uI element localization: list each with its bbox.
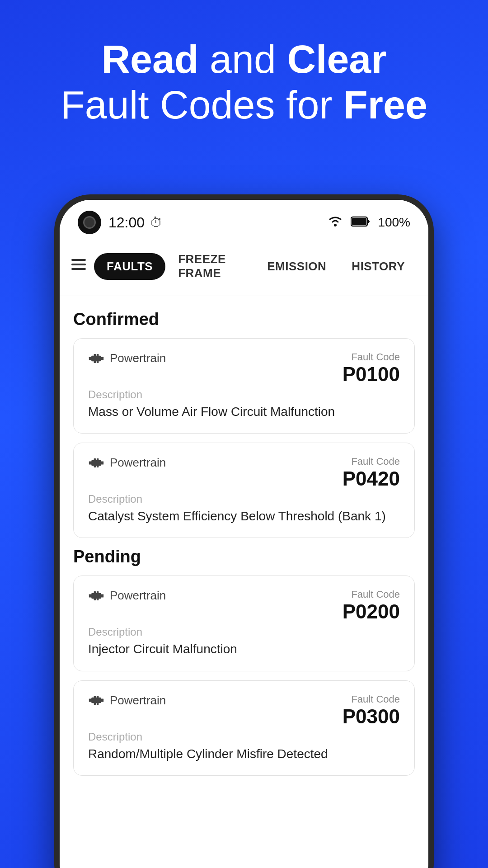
status-time: 12:00: [108, 214, 145, 231]
fault-code-right-3: Fault Code P0200: [343, 589, 400, 623]
svg-rect-21: [94, 591, 96, 594]
svg-rect-11: [94, 360, 96, 363]
svg-rect-32: [94, 703, 96, 705]
svg-rect-27: [91, 698, 101, 703]
fault-code-label-2: Fault Code: [343, 456, 400, 467]
hero-bold-free: Free: [343, 82, 427, 127]
svg-rect-33: [97, 703, 99, 705]
svg-rect-23: [89, 594, 92, 597]
svg-rect-5: [71, 268, 86, 270]
fault-code-right-2: Fault Code P0420: [343, 456, 400, 490]
fault-code-label-1: Fault Code: [343, 351, 400, 363]
fault-system-4: Powertrain: [88, 693, 166, 708]
battery-text: 100%: [378, 215, 410, 230]
svg-rect-3: [71, 259, 86, 261]
desc-text-4: Random/Multiple Cylinder Misfire Detecte…: [88, 745, 400, 763]
svg-rect-14: [94, 458, 96, 461]
tab-faults[interactable]: Faults: [94, 253, 165, 280]
fault-code-label-3: Fault Code: [343, 589, 400, 600]
svg-rect-7: [94, 354, 96, 356]
wifi-icon: [327, 215, 343, 231]
battery-icon: [351, 216, 371, 229]
fault-system-label-3: Powertrain: [110, 589, 166, 603]
fault-system-2: Powertrain: [88, 456, 166, 470]
tab-emission[interactable]: Emission: [254, 253, 339, 280]
svg-rect-24: [101, 594, 103, 597]
svg-point-0: [334, 224, 337, 226]
desc-label-4: Description: [88, 731, 400, 743]
svg-rect-12: [97, 360, 99, 363]
svg-rect-15: [97, 458, 99, 461]
desc-text-1: Mass or Volume Air Flow Circuit Malfunct…: [88, 403, 400, 420]
desc-label-3: Description: [88, 626, 400, 638]
fault-code-value-1: P0100: [343, 363, 400, 386]
fault-system-label-4: Powertrain: [110, 693, 166, 708]
svg-rect-19: [97, 465, 99, 467]
svg-rect-25: [94, 598, 96, 600]
fault-code-value-4: P0300: [343, 705, 400, 728]
phone-mockup: 12:00 ⏱: [54, 194, 434, 868]
fault-card-p0100[interactable]: Powertrain Fault Code P0100 Description …: [73, 338, 415, 434]
fault-card-p0200[interactable]: Powertrain Fault Code P0200 Description …: [73, 576, 415, 671]
hero-bold-clear: Clear: [287, 37, 386, 81]
fault-code-right-1: Fault Code P0100: [343, 351, 400, 386]
hero-section: Read and Clear Fault Codes for Free: [33, 36, 455, 127]
hero-normal-and: and: [210, 37, 276, 81]
svg-rect-31: [101, 698, 103, 702]
fault-code-value-2: P0420: [343, 467, 400, 490]
svg-rect-29: [97, 696, 99, 698]
svg-rect-8: [97, 354, 99, 356]
tab-history[interactable]: History: [339, 253, 418, 280]
tab-bar: Faults Freeze Frame Emission History: [60, 241, 428, 296]
svg-rect-17: [101, 461, 103, 464]
desc-label-2: Description: [88, 493, 400, 505]
status-bar: 12:00 ⏱: [60, 200, 428, 241]
svg-rect-18: [94, 465, 96, 467]
camera-icon: [78, 211, 101, 234]
tab-bar-icon: [70, 256, 87, 277]
fault-system-label-2: Powertrain: [110, 456, 166, 470]
desc-text-3: Injector Circuit Malfunction: [88, 640, 400, 658]
tab-freeze-frame[interactable]: Freeze Frame: [165, 246, 254, 287]
fault-card-p0420[interactable]: Powertrain Fault Code P0420 Description …: [73, 443, 415, 538]
phone-screen: 12:00 ⏱: [60, 200, 428, 868]
svg-rect-16: [89, 461, 92, 464]
svg-rect-2: [352, 218, 366, 225]
svg-rect-30: [89, 698, 92, 702]
hero-bold-read: Read: [101, 37, 198, 81]
svg-rect-26: [97, 598, 99, 600]
fault-system-label-1: Powertrain: [110, 351, 166, 365]
svg-rect-6: [91, 355, 101, 361]
fault-card-p0300[interactable]: Powertrain Fault Code P0300 Description …: [73, 680, 415, 776]
status-right: 100%: [327, 215, 410, 231]
svg-rect-20: [91, 593, 101, 599]
engine-icon-4: [88, 694, 104, 707]
fault-code-right-4: Fault Code P0300: [343, 693, 400, 728]
hero-line2-normal: Fault Codes for: [61, 82, 343, 127]
svg-rect-9: [89, 357, 92, 360]
svg-rect-13: [91, 460, 101, 466]
section-pending-title: Pending: [73, 547, 415, 566]
svg-rect-4: [71, 264, 86, 265]
svg-rect-28: [94, 696, 96, 698]
desc-label-1: Description: [88, 388, 400, 401]
svg-rect-22: [97, 591, 99, 594]
main-content: Confirmed Powertrain: [60, 296, 428, 868]
desc-text-2: Catalyst System Efficiency Below Thresho…: [88, 507, 400, 525]
fault-code-label-4: Fault Code: [343, 693, 400, 705]
svg-rect-10: [101, 357, 103, 360]
engine-icon-1: [88, 352, 104, 365]
engine-icon-3: [88, 590, 104, 602]
fault-system-1: Powertrain: [88, 351, 166, 365]
section-confirmed-title: Confirmed: [73, 310, 415, 329]
timer-icon: ⏱: [150, 215, 163, 230]
fault-system-3: Powertrain: [88, 589, 166, 603]
engine-icon-2: [88, 457, 104, 469]
fault-code-value-3: P0200: [343, 600, 400, 623]
